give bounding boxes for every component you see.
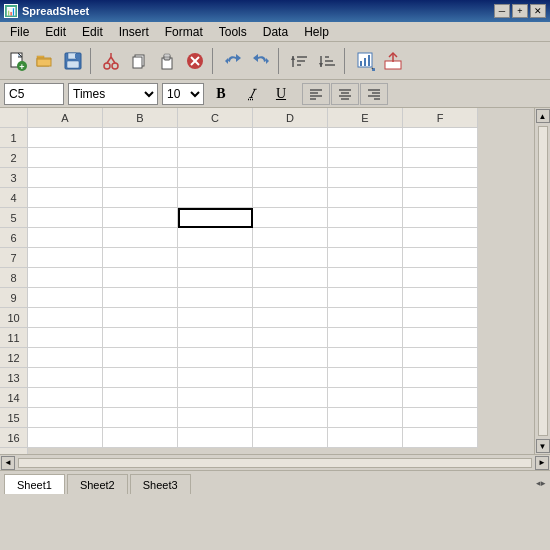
cell-B8[interactable]: [103, 268, 178, 288]
cell-E8[interactable]: [328, 268, 403, 288]
cell-F1[interactable]: [403, 128, 478, 148]
cell-E4[interactable]: [328, 188, 403, 208]
sheet-tab-3[interactable]: Sheet3: [130, 474, 191, 494]
underline-button[interactable]: U: [268, 83, 294, 105]
cell-B6[interactable]: [103, 228, 178, 248]
menu-edit2[interactable]: Edit: [74, 23, 111, 41]
cell-B14[interactable]: [103, 388, 178, 408]
cell-B9[interactable]: [103, 288, 178, 308]
cell-F5[interactable]: [403, 208, 478, 228]
cut-button[interactable]: [98, 48, 124, 74]
cell-D2[interactable]: [253, 148, 328, 168]
align-center-button[interactable]: [331, 83, 359, 105]
cell-reference-input[interactable]: [4, 83, 64, 105]
cell-A7[interactable]: [28, 248, 103, 268]
cell-C8[interactable]: [178, 268, 253, 288]
cell-E16[interactable]: [328, 428, 403, 448]
cell-D12[interactable]: [253, 348, 328, 368]
cell-B11[interactable]: [103, 328, 178, 348]
cell-C13[interactable]: [178, 368, 253, 388]
cell-D11[interactable]: [253, 328, 328, 348]
menu-format[interactable]: Format: [157, 23, 211, 41]
undo-button[interactable]: [220, 48, 246, 74]
cell-B1[interactable]: [103, 128, 178, 148]
cell-D8[interactable]: [253, 268, 328, 288]
cell-C1[interactable]: [178, 128, 253, 148]
minimize-button[interactable]: ─: [494, 4, 510, 18]
cell-C15[interactable]: [178, 408, 253, 428]
cell-E1[interactable]: [328, 128, 403, 148]
cell-E15[interactable]: [328, 408, 403, 428]
cell-E6[interactable]: [328, 228, 403, 248]
cell-C5[interactable]: [178, 208, 253, 228]
bold-button[interactable]: B: [208, 83, 234, 105]
cell-A12[interactable]: [28, 348, 103, 368]
cell-D3[interactable]: [253, 168, 328, 188]
cell-D14[interactable]: [253, 388, 328, 408]
vertical-scrollbar[interactable]: ▲ ▼: [534, 108, 550, 454]
cell-F8[interactable]: [403, 268, 478, 288]
maximize-button[interactable]: +: [512, 4, 528, 18]
tab-scroll-right[interactable]: ◂▸: [532, 478, 550, 488]
sheet-tab-2[interactable]: Sheet2: [67, 474, 128, 494]
cell-D13[interactable]: [253, 368, 328, 388]
cell-A8[interactable]: [28, 268, 103, 288]
cell-B15[interactable]: [103, 408, 178, 428]
cell-F14[interactable]: [403, 388, 478, 408]
menu-tools[interactable]: Tools: [211, 23, 255, 41]
cell-C6[interactable]: [178, 228, 253, 248]
cell-B7[interactable]: [103, 248, 178, 268]
cell-F4[interactable]: [403, 188, 478, 208]
delete-button[interactable]: [182, 48, 208, 74]
cell-A6[interactable]: [28, 228, 103, 248]
cell-E10[interactable]: [328, 308, 403, 328]
cell-E7[interactable]: [328, 248, 403, 268]
cell-F11[interactable]: [403, 328, 478, 348]
cell-F6[interactable]: [403, 228, 478, 248]
cell-E9[interactable]: [328, 288, 403, 308]
cell-B16[interactable]: [103, 428, 178, 448]
new-button[interactable]: +: [4, 48, 30, 74]
cell-C2[interactable]: [178, 148, 253, 168]
cell-D10[interactable]: [253, 308, 328, 328]
cell-F3[interactable]: [403, 168, 478, 188]
cell-D6[interactable]: [253, 228, 328, 248]
cell-C16[interactable]: [178, 428, 253, 448]
cell-F16[interactable]: [403, 428, 478, 448]
cell-E3[interactable]: [328, 168, 403, 188]
cell-C11[interactable]: [178, 328, 253, 348]
cell-D5[interactable]: [253, 208, 328, 228]
cell-A5[interactable]: [28, 208, 103, 228]
cell-C12[interactable]: [178, 348, 253, 368]
sort-desc-button[interactable]: [314, 48, 340, 74]
cell-F2[interactable]: [403, 148, 478, 168]
scroll-thumb-h[interactable]: [18, 458, 532, 468]
cell-A13[interactable]: [28, 368, 103, 388]
cell-E2[interactable]: [328, 148, 403, 168]
export-button[interactable]: [380, 48, 406, 74]
scroll-thumb-v[interactable]: [538, 126, 548, 436]
cell-A3[interactable]: [28, 168, 103, 188]
cell-E11[interactable]: [328, 328, 403, 348]
cell-D9[interactable]: [253, 288, 328, 308]
cell-C3[interactable]: [178, 168, 253, 188]
close-button[interactable]: ✕: [530, 4, 546, 18]
cell-B2[interactable]: [103, 148, 178, 168]
cell-F15[interactable]: [403, 408, 478, 428]
copy-button[interactable]: [126, 48, 152, 74]
cell-F13[interactable]: [403, 368, 478, 388]
menu-data[interactable]: Data: [255, 23, 296, 41]
cell-F10[interactable]: [403, 308, 478, 328]
cell-E12[interactable]: [328, 348, 403, 368]
cell-A10[interactable]: [28, 308, 103, 328]
menu-file[interactable]: File: [2, 23, 37, 41]
cell-F12[interactable]: [403, 348, 478, 368]
menu-edit1[interactable]: Edit: [37, 23, 74, 41]
cell-A2[interactable]: [28, 148, 103, 168]
cell-C4[interactable]: [178, 188, 253, 208]
align-left-button[interactable]: [302, 83, 330, 105]
cell-B13[interactable]: [103, 368, 178, 388]
font-name-select[interactable]: Times Arial Helvetica: [68, 83, 158, 105]
menu-help[interactable]: Help: [296, 23, 337, 41]
menu-insert[interactable]: Insert: [111, 23, 157, 41]
